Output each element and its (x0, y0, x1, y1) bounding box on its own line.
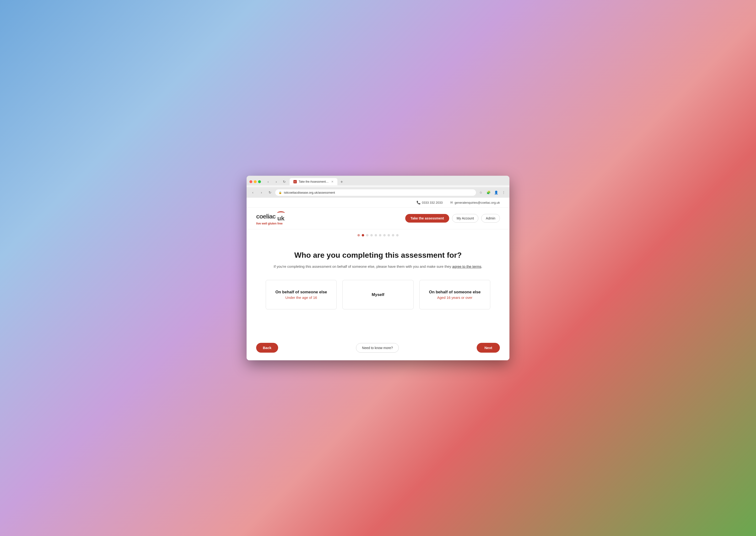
option-on-behalf-under[interactable]: On behalf of someone else Under the age … (266, 280, 337, 309)
progress-dot-6 (379, 234, 381, 236)
top-info-bar: 📞 0333 332 2033 ✉ generalenquiries@coeli… (247, 198, 509, 208)
browser-controls: ‹ › ↻ C Take the Assessment | Is It C ✕ … (249, 178, 507, 185)
phone-number: 0333 332 2033 (422, 201, 443, 204)
security-icon: 🔒 (279, 191, 282, 194)
progress-dot-10 (396, 234, 398, 236)
logo-coeliac: coeliac (256, 213, 275, 220)
back-browser-button[interactable]: ‹ (265, 178, 271, 185)
question-title: Who are you completing this assessment f… (266, 251, 490, 260)
menu-icon[interactable]: ⋮ (501, 189, 507, 195)
bottom-nav: Back Need to know more? Next (247, 338, 509, 360)
progress-dot-8 (388, 234, 390, 236)
forward-nav-button[interactable]: › (258, 189, 265, 196)
tab-favicon: C (294, 180, 297, 184)
question-subtitle: If you're completing this assessment on … (266, 264, 490, 268)
back-button[interactable]: Back (256, 343, 278, 352)
browser-actions: ☆ 🧩 👤 ⋮ (478, 189, 507, 195)
refresh-nav-button[interactable]: ↻ (267, 189, 273, 196)
terms-link[interactable]: agree to the terms (452, 264, 482, 268)
active-tab[interactable]: C Take the Assessment | Is It C ✕ (290, 178, 337, 185)
email-address: generalenquiries@coeliac.org.uk (455, 201, 500, 204)
take-assessment-button[interactable]: Take the assessment (405, 214, 449, 222)
next-button[interactable]: Next (477, 343, 500, 352)
option-on-behalf-over-sub: Aged 16 years or over (437, 295, 473, 300)
email-icon: ✉ (450, 201, 453, 204)
browser-nav-buttons: ‹ › ↻ (265, 178, 288, 185)
browser-window: ‹ › ↻ C Take the Assessment | Is It C ✕ … (247, 176, 509, 360)
progress-dot-7 (383, 234, 386, 236)
tab-close-icon[interactable]: ✕ (331, 180, 333, 184)
option-on-behalf-over-main: On behalf of someone else (429, 290, 481, 294)
logo-uk (275, 213, 277, 220)
email-contact: ✉ generalenquiries@coeliac.org.uk (450, 201, 500, 204)
tab-bar: C Take the Assessment | Is It C ✕ + (290, 178, 345, 185)
extensions-icon[interactable]: 🧩 (486, 189, 491, 195)
logo-arc-icon (277, 211, 285, 215)
option-myself-text: Myself (372, 292, 385, 297)
refresh-browser-button[interactable]: ↻ (281, 178, 288, 185)
progress-dot-2 (362, 234, 364, 236)
need-to-know-button[interactable]: Need to know more? (356, 343, 399, 352)
logo[interactable]: coeliac uk live well gluten free (256, 211, 285, 225)
progress-dot-9 (392, 234, 394, 236)
nav-actions: Take the assessment My Account Admin (405, 214, 500, 222)
traffic-lights (249, 180, 261, 183)
browser-chrome: ‹ › ↻ C Take the Assessment | Is It C ✕ … (247, 176, 509, 185)
progress-dot-3 (366, 234, 368, 236)
website-content: 📞 0333 332 2033 ✉ generalenquiries@coeli… (247, 198, 509, 360)
main-content: Who are you completing this assessment f… (247, 241, 509, 338)
logo-uk-text: uk (277, 215, 284, 221)
my-account-button[interactable]: My Account (452, 214, 478, 222)
maximize-window-button[interactable] (258, 180, 261, 183)
tab-title: Take the Assessment | Is It C (299, 180, 329, 184)
progress-dot-4 (370, 234, 373, 236)
url-display: isitcoeliacdisease.org.uk/assessment (284, 191, 473, 194)
back-nav-button[interactable]: ‹ (249, 189, 256, 196)
logo-main: coeliac uk (256, 211, 285, 221)
logo-tagline: live well gluten free (256, 222, 285, 225)
profile-icon[interactable]: 👤 (493, 189, 499, 195)
progress-dot-1 (358, 234, 360, 236)
option-on-behalf-under-sub: Under the age of 16 (285, 295, 317, 300)
address-bar[interactable]: 🔒 isitcoeliacdisease.org.uk/assessment (275, 189, 476, 196)
close-window-button[interactable] (249, 180, 252, 183)
option-myself[interactable]: Myself (342, 280, 413, 309)
forward-browser-button[interactable]: › (273, 178, 280, 185)
phone-icon: 📞 (417, 201, 421, 204)
option-on-behalf-over[interactable]: On behalf of someone else Aged 16 years … (419, 280, 490, 309)
phone-contact: 📞 0333 332 2033 (417, 201, 443, 204)
nav-header: coeliac uk live well gluten free Take th… (247, 208, 509, 229)
bookmark-icon[interactable]: ☆ (478, 189, 484, 195)
new-tab-button[interactable]: + (338, 179, 345, 185)
option-on-behalf-under-main: On behalf of someone else (275, 290, 327, 294)
minimize-window-button[interactable] (254, 180, 257, 183)
progress-indicator (247, 229, 509, 241)
options-grid: On behalf of someone else Under the age … (266, 280, 490, 309)
admin-button[interactable]: Admin (481, 214, 500, 222)
progress-dot-5 (375, 234, 377, 236)
address-bar-row: ‹ › ↻ 🔒 isitcoeliacdisease.org.uk/assess… (247, 187, 509, 198)
